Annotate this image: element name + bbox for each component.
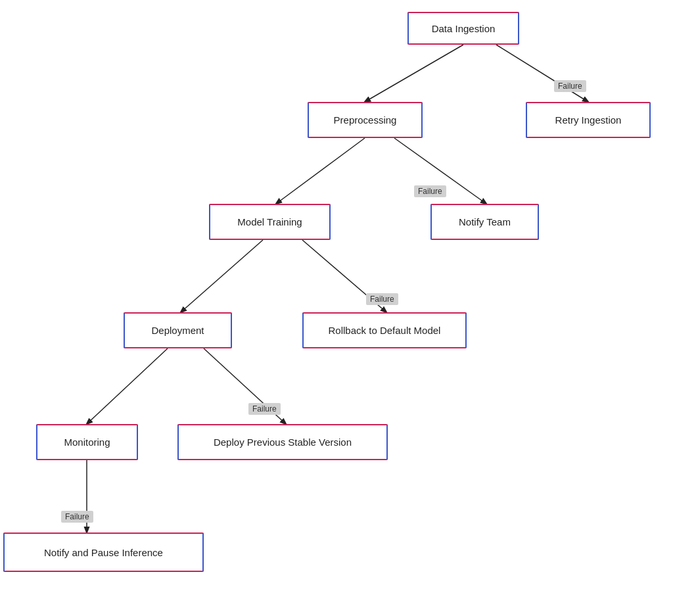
node-notify-team[interactable]: Notify Team (430, 204, 539, 240)
node-notify-pause[interactable]: Notify and Pause Inference (3, 533, 204, 572)
node-model-training[interactable]: Model Training (209, 204, 331, 240)
node-deploy-previous[interactable]: Deploy Previous Stable Version (177, 424, 388, 460)
svg-line-1 (496, 45, 588, 102)
svg-line-6 (87, 348, 168, 424)
svg-line-2 (276, 138, 365, 204)
node-monitoring[interactable]: Monitoring (36, 424, 138, 460)
badge-failure-2: Failure (414, 185, 446, 197)
badge-failure-4: Failure (248, 403, 281, 415)
node-preprocessing[interactable]: Preprocessing (308, 102, 423, 138)
node-retry-ingestion[interactable]: Retry Ingestion (526, 102, 651, 138)
badge-failure-1: Failure (554, 80, 586, 92)
connectors-svg (0, 0, 673, 616)
node-deployment[interactable]: Deployment (124, 312, 232, 348)
badge-failure-5: Failure (61, 511, 93, 523)
node-rollback-default[interactable]: Rollback to Default Model (302, 312, 467, 348)
diagram-container: Data Ingestion Retry Ingestion Preproces… (0, 0, 673, 616)
node-data-ingestion[interactable]: Data Ingestion (407, 12, 519, 45)
badge-failure-3: Failure (366, 293, 398, 305)
svg-line-4 (181, 240, 263, 312)
svg-line-0 (365, 45, 463, 102)
